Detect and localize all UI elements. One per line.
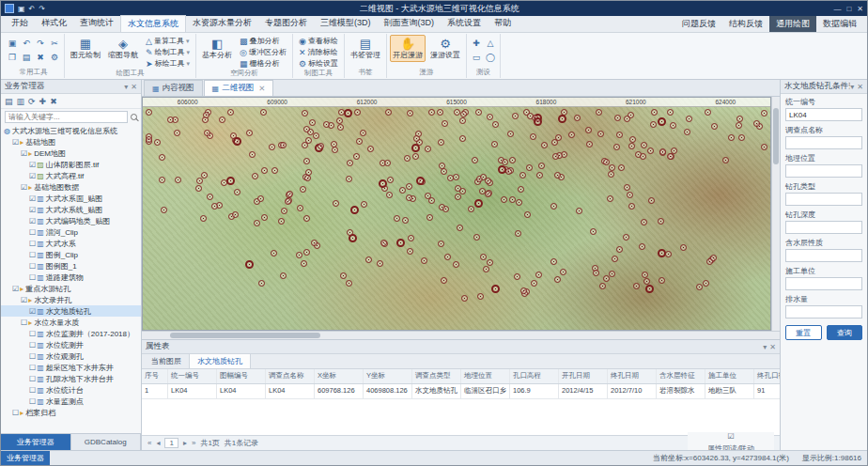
tree-item[interactable]: ☑▨山体阴影图层.tif <box>1 159 141 170</box>
borehole-marker[interactable] <box>479 188 486 194</box>
ribbon-tab-2[interactable]: 查询统计 <box>73 15 120 32</box>
borehole-marker[interactable] <box>492 121 499 128</box>
borehole-marker[interactable] <box>399 187 406 194</box>
borehole-marker[interactable] <box>303 215 310 222</box>
borehole-marker[interactable] <box>509 196 516 203</box>
borehole-marker[interactable] <box>461 295 468 302</box>
tree-item[interactable]: ☑▥大武水系线_贴图 <box>1 204 141 215</box>
borehole-marker[interactable] <box>457 225 463 231</box>
borehole-marker[interactable] <box>385 109 392 116</box>
borehole-marker[interactable] <box>512 113 519 119</box>
query-button[interactable]: 查询 <box>827 325 863 340</box>
borehole-marker[interactable] <box>195 185 202 192</box>
borehole-marker[interactable] <box>509 157 516 163</box>
borehole-marker[interactable] <box>738 134 745 141</box>
borehole-marker[interactable] <box>360 130 366 136</box>
tree-item[interactable]: ☑▸水文录井孔 <box>1 294 141 305</box>
borehole-marker[interactable] <box>722 157 729 163</box>
view-plot-button[interactable]: ◉查看标绘 <box>296 36 341 46</box>
statusbar-left-tab[interactable]: 业务管理器 <box>1 451 50 465</box>
borehole-marker[interactable] <box>402 217 409 224</box>
tree-item[interactable]: ☐▥大武水系 <box>1 238 141 249</box>
borehole-marker[interactable] <box>609 271 615 277</box>
checkbox-unchecked-icon[interactable]: ☐ <box>21 318 27 327</box>
borehole-marker[interactable] <box>612 256 618 262</box>
borehole-marker[interactable] <box>686 116 692 122</box>
borehole-marker[interactable] <box>475 109 482 116</box>
borehole-marker[interactable] <box>487 259 493 266</box>
borehole-marker[interactable] <box>647 148 654 154</box>
borehole-marker[interactable] <box>340 272 347 279</box>
borehole-marker[interactable] <box>441 277 447 284</box>
readback-checkbox[interactable]: ☑ <box>727 432 734 441</box>
borehole-marker[interactable] <box>473 234 480 241</box>
borehole-marker[interactable] <box>271 250 277 256</box>
borehole-type-field[interactable] <box>785 193 862 206</box>
paste-icon[interactable]: ▤ <box>20 51 33 64</box>
borehole-marker[interactable] <box>428 197 435 204</box>
borehole-marker[interactable] <box>350 206 359 214</box>
tree-item[interactable]: ☑▸DEM地图 <box>1 148 141 159</box>
borehole-marker[interactable] <box>407 248 413 255</box>
borehole-marker[interactable] <box>641 219 647 225</box>
checkbox-unchecked-icon[interactable]: ☐ <box>29 364 36 372</box>
borehole-marker[interactable] <box>365 256 372 263</box>
borehole-marker[interactable] <box>550 203 557 210</box>
tree-item[interactable]: ☐▥图例_Clip <box>1 249 141 260</box>
checkbox-checked-icon[interactable]: ☑ <box>29 217 36 225</box>
aquifer-property-field[interactable] <box>785 249 862 262</box>
checkbox-unchecked-icon[interactable]: ☐ <box>29 273 36 282</box>
borehole-marker[interactable] <box>455 194 461 200</box>
borehole-marker[interactable] <box>607 195 613 202</box>
ribbon-tab-5[interactable]: 专题图分析 <box>258 15 314 32</box>
borehole-marker[interactable] <box>519 172 526 179</box>
checkbox-unchecked-icon[interactable]: ☐ <box>29 228 36 237</box>
borehole-marker[interactable] <box>468 206 474 212</box>
checkbox-unchecked-icon[interactable]: ☐ <box>29 330 36 338</box>
borehole-marker[interactable] <box>346 280 352 287</box>
borehole-marker[interactable] <box>380 240 387 246</box>
borehole-marker[interactable] <box>221 179 227 186</box>
roam-settings-button[interactable]: ⚙漫游设置 <box>427 35 463 62</box>
borehole-marker[interactable] <box>413 135 420 142</box>
checkbox-checked-icon[interactable]: ☑ <box>21 296 27 304</box>
delete-icon[interactable]: ✖ <box>34 51 47 64</box>
borehole-marker[interactable] <box>753 120 760 127</box>
borehole-marker[interactable] <box>227 109 234 116</box>
collapse-all-icon[interactable]: ▥ <box>17 97 25 106</box>
unified-id-field[interactable] <box>785 108 862 121</box>
ribbon-tab-8[interactable]: 系统设置 <box>441 15 488 32</box>
checkbox-checked-icon[interactable]: ☑ <box>21 183 27 192</box>
tree-item[interactable]: ☐▥道路建筑物 <box>1 272 141 283</box>
borehole-marker[interactable] <box>507 131 514 137</box>
pager-last-button[interactable]: » <box>192 439 195 447</box>
tree-item[interactable]: ☐▥孔隙水地下水井台井 <box>1 373 141 384</box>
borehole-marker[interactable] <box>407 110 413 116</box>
borehole-marker[interactable] <box>659 277 665 284</box>
borehole-marker[interactable] <box>438 139 444 146</box>
borehole-marker[interactable] <box>287 191 293 197</box>
borehole-marker[interactable] <box>252 173 258 179</box>
tree-item[interactable]: ☑▥大武水系面_贴图 <box>1 193 141 204</box>
ribbon-tab-4[interactable]: 水资源水量分析 <box>186 15 258 32</box>
borehole-marker[interactable] <box>491 285 500 293</box>
borehole-marker[interactable] <box>201 172 208 179</box>
borehole-marker[interactable] <box>552 153 559 160</box>
borehole-marker[interactable] <box>629 136 636 143</box>
remove-icon[interactable]: ✖ <box>50 97 57 106</box>
borehole-marker[interactable] <box>453 261 459 268</box>
borehole-marker[interactable] <box>174 130 180 136</box>
checkbox-unchecked-icon[interactable]: ☐ <box>29 352 36 361</box>
borehole-marker[interactable] <box>406 194 412 201</box>
map-horizontal-scrollbar[interactable] <box>142 331 780 339</box>
borehole-marker[interactable] <box>586 141 593 148</box>
borehole-marker[interactable] <box>530 133 536 140</box>
borehole-marker[interactable] <box>258 280 265 287</box>
tree-item[interactable]: ☑▥水文地质钻孔 <box>1 305 141 317</box>
pager-next-button[interactable]: ▸ <box>183 439 187 447</box>
borehole-marker[interactable] <box>408 235 414 241</box>
tree-item[interactable]: ☐▥水位统计台 <box>1 384 141 396</box>
tree-search-input[interactable] <box>5 111 128 123</box>
settings-icon[interactable]: ⚙ <box>48 51 61 64</box>
borehole-marker[interactable] <box>271 167 278 174</box>
